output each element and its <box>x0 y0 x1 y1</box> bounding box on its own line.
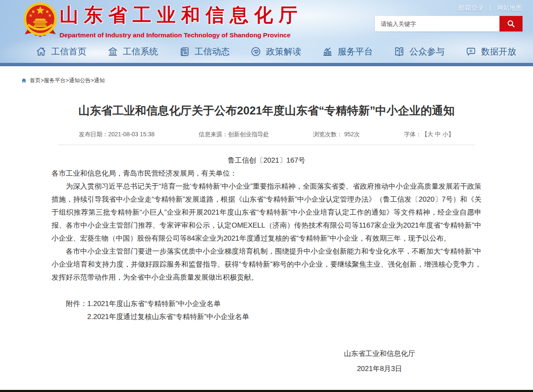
breadcrumb-home-icon <box>21 78 27 83</box>
signature-date: 2021年8月3日 <box>357 361 402 376</box>
site-title: 山东省工业和信息化厅 <box>60 3 303 28</box>
nav-label: 公众参与 <box>409 46 445 57</box>
signature-block: 山东省工业和信息化厅 2021年8月3日 <box>344 346 415 376</box>
mail-login-link[interactable]: 邮箱登录 <box>458 4 484 12</box>
search-icon <box>506 19 516 29</box>
paragraph: 各市中小企业主管部门要进一步落实优质中小企业梯度培育机制，围绕提升中小企业创新能… <box>52 245 481 284</box>
handshake-icon <box>250 46 261 57</box>
national-emblem-logo <box>22 2 59 39</box>
font-size-control: 字体：【大 中 小】 <box>404 131 454 138</box>
nav-label: 数据开放 <box>481 46 516 57</box>
salutation: 各市工业和信息化局，青岛市民营经济发展局，有关单位： <box>52 167 481 180</box>
top-links: 邮箱登录 | 网站地图 <box>458 4 522 12</box>
page: 山东省工业和信息化厅 Department of Industry and In… <box>0 0 533 392</box>
nav-item-policy[interactable]: 政策解读 <box>250 46 301 57</box>
institution-icon <box>107 46 118 57</box>
breadcrumb[interactable]: 首页>服务平台>通知公告>通知 <box>21 77 533 84</box>
article-body: 鲁工信创〔2021〕167号 各市工业和信息化局，青岛市民营经济发展局，有关单位… <box>52 154 481 376</box>
meta-divider-line <box>58 145 475 145</box>
top-links-divider: | <box>489 4 491 12</box>
nav-item-system[interactable]: 工信系统 <box>107 46 158 57</box>
main-nav: 工信首页 工信系统 工信动态 <box>0 41 533 62</box>
attachment-link-1[interactable]: 附件：1.2021年度山东省“专精特新”中小企业名单 <box>52 297 481 310</box>
attachment-link-2[interactable]: 2.2021年度通过复核山东省“专精特新”中小企业名单 <box>52 310 481 323</box>
site-titles: 山东省工业和信息化厅 Department of Industry and In… <box>60 3 303 39</box>
view-count: 浏览次数： 952次 <box>313 131 360 138</box>
paragraph: 为深入贯彻习近平总书记关于“培育一批‘专精特新’中小企业”重要指示精神，全面落实… <box>52 180 481 245</box>
speech-bubble-icon <box>465 46 476 57</box>
footer-top-edge <box>0 390 533 392</box>
article-meta: 发布日期：2021-08-03 15:38 信息来源：创新创业指导处 浏览次数：… <box>79 131 454 138</box>
attachments: 附件：1.2021年度山东省“专精特新”中小企业名单 2.2021年度通过复核山… <box>52 297 481 323</box>
search-input[interactable] <box>375 16 499 31</box>
site-subtitle: Department of Industry and Information T… <box>60 31 303 39</box>
nav-label: 政策解读 <box>266 46 301 57</box>
document-number: 鲁工信创〔2021〕167号 <box>52 154 481 167</box>
site-header: 山东省工业和信息化厅 Department of Industry and In… <box>0 0 533 63</box>
nav-label: 工信动态 <box>195 46 230 57</box>
info-source: 信息来源：创新创业指导处 <box>199 131 269 138</box>
nav-label: 服务平台 <box>338 46 373 57</box>
book-star-icon <box>394 46 405 57</box>
publish-date: 发布日期：2021-08-03 15:38 <box>79 131 155 138</box>
article-title: 山东省工业和信息化厅关于公布2021年度山东省“专精特新”中小企业的通知 <box>55 102 478 119</box>
search-bar <box>375 16 523 31</box>
nav-label: 工信首页 <box>51 46 86 57</box>
nav-item-home[interactable]: 工信首页 <box>36 46 86 57</box>
bar-chart-icon <box>322 46 333 57</box>
nav-item-news[interactable]: 工信动态 <box>179 46 230 57</box>
home-icon <box>36 46 47 57</box>
news-icon <box>179 46 190 57</box>
signature-org: 山东省工业和信息化厅 <box>344 346 415 361</box>
search-button[interactable] <box>499 16 523 31</box>
nav-label: 工信系统 <box>123 46 158 57</box>
font-size-buttons[interactable]: 【大 中 小】 <box>421 131 454 138</box>
font-size-label: 字体： <box>404 131 421 138</box>
nav-item-open-data[interactable]: 数据开放 <box>465 46 516 57</box>
sitemap-link[interactable]: 网站地图 <box>497 4 522 12</box>
breadcrumb-path: 首页>服务平台>通知公告>通知 <box>30 77 105 84</box>
nav-item-services[interactable]: 服务平台 <box>322 46 373 57</box>
nav-item-participation[interactable]: 公众参与 <box>394 46 445 57</box>
header-divider-bar <box>0 63 533 66</box>
